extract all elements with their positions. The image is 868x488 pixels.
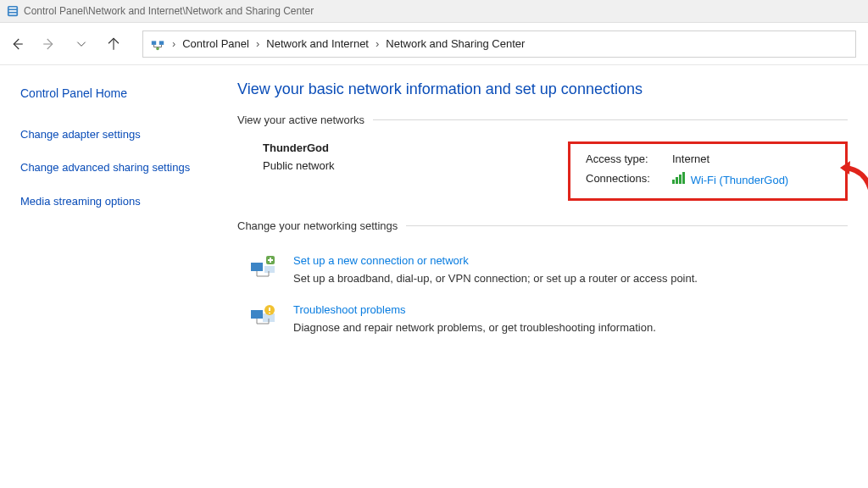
chevron-right-icon: › [376, 37, 379, 50]
access-type-label: Access type: [586, 152, 662, 165]
troubleshoot-icon [248, 303, 278, 334]
forward-button[interactable] [37, 32, 61, 56]
wifi-signal-icon [672, 172, 685, 184]
app-icon [7, 5, 19, 17]
network-name: ThunderGod [263, 141, 335, 154]
sidebar-link-advanced-sharing[interactable]: Change advanced sharing settings [20, 160, 192, 175]
svg-rect-2 [9, 10, 17, 12]
divider [406, 225, 848, 226]
network-center-icon [150, 36, 165, 52]
sidebar: Control Panel Home Change adapter settin… [0, 65, 203, 346]
svg-rect-10 [251, 310, 263, 319]
section-active-networks: View your active networks [237, 114, 848, 126]
chevron-right-icon: › [172, 38, 175, 50]
chevron-down-icon [75, 38, 87, 50]
breadcrumb-item-network-internet[interactable]: Network and Internet [266, 37, 369, 50]
network-type: Public network [263, 159, 335, 172]
up-button[interactable] [102, 32, 125, 56]
task-troubleshoot: Troubleshoot problems Diagnose and repai… [237, 297, 848, 346]
task-link[interactable]: Set up a new connection or network [293, 254, 469, 267]
arrow-up-icon [106, 36, 121, 52]
connections-label: Connections: [586, 172, 662, 186]
setup-connection-icon [248, 254, 278, 285]
back-button[interactable] [5, 32, 29, 56]
svg-rect-5 [159, 41, 164, 45]
chevron-right-icon: › [256, 37, 259, 50]
section-label: View your active networks [237, 114, 364, 126]
task-description: Diagnose and repair network problems, or… [293, 321, 656, 334]
page-title: View your basic network information and … [237, 80, 848, 98]
breadcrumb-item-control-panel[interactable]: Control Panel [182, 37, 249, 50]
task-description: Set up a broadband, dial-up, or VPN conn… [293, 272, 698, 285]
recent-dropdown[interactable] [70, 32, 93, 56]
arrow-right-icon [42, 36, 57, 52]
annotation-arrow-icon [838, 159, 868, 210]
breadcrumb-item-network-sharing[interactable]: Network and Sharing Center [386, 37, 525, 50]
address-bar[interactable]: › Control Panel › Network and Internet ›… [142, 30, 856, 58]
sidebar-link-home[interactable]: Control Panel Home [20, 86, 192, 102]
network-identity: ThunderGod Public network [263, 141, 335, 201]
main-content: View your basic network information and … [203, 65, 868, 346]
svg-rect-7 [251, 263, 263, 271]
divider [373, 119, 848, 120]
section-label: Change your networking settings [237, 219, 398, 232]
access-type-value: Internet [672, 152, 709, 165]
sidebar-link-adapter-settings[interactable]: Change adapter settings [20, 127, 192, 142]
task-link[interactable]: Troubleshoot problems [293, 303, 405, 316]
svg-rect-1 [9, 8, 17, 9]
nav-buttons [5, 32, 137, 56]
sidebar-link-media-streaming[interactable]: Media streaming options [20, 194, 192, 209]
task-setup-connection: Set up a new connection or network Set u… [237, 247, 848, 297]
window-titlebar: Control Panel\Network and Internet\Netwo… [0, 0, 868, 23]
svg-rect-4 [152, 41, 156, 45]
connection-details-highlight: Access type: Internet Connections: Wi-Fi… [568, 141, 848, 201]
arrow-left-icon [9, 36, 25, 52]
window-title-text: Control Panel\Network and Internet\Netwo… [24, 5, 314, 17]
svg-point-6 [156, 47, 159, 50]
svg-rect-8 [264, 266, 275, 273]
section-change-settings: Change your networking settings [237, 219, 848, 232]
breadcrumb: Control Panel › Network and Internet › N… [182, 37, 525, 50]
navigation-toolbar: › Control Panel › Network and Internet ›… [0, 23, 868, 65]
connection-link[interactable]: Wi-Fi (ThunderGod) [691, 174, 789, 186]
svg-rect-3 [9, 14, 17, 15]
